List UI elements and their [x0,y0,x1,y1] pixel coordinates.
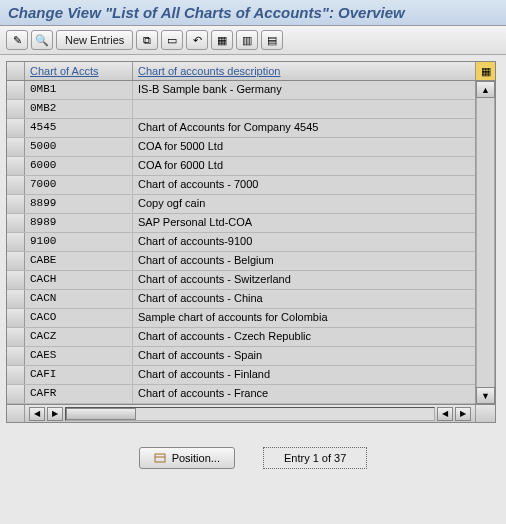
cell-chart-code[interactable]: CACO [25,309,133,327]
copy-button[interactable]: ⧉ [136,30,158,50]
row-selector[interactable] [7,385,25,403]
vertical-scroll-track[interactable] [476,98,495,387]
cell-description[interactable]: Chart of accounts - Spain [133,347,475,365]
table-row[interactable]: CACZChart of accounts - Czech Republic [7,328,495,347]
cell-description[interactable]: Chart of Accounts for Company 4545 [133,119,475,137]
cell-chart-code[interactable]: CACZ [25,328,133,346]
row-selector[interactable] [7,176,25,194]
cell-chart-code[interactable]: CACN [25,290,133,308]
horizontal-scroll-track[interactable] [65,407,435,421]
undo-button[interactable]: ↶ [186,30,208,50]
row-selector[interactable] [7,309,25,327]
cell-description[interactable]: Chart of accounts - Finland [133,366,475,384]
cell-chart-code[interactable]: 0MB1 [25,81,133,99]
row-selector[interactable] [7,138,25,156]
position-button[interactable]: Position... [139,447,235,469]
table-row[interactable]: 5000COA for 5000 Ltd [7,138,495,157]
cell-description[interactable]: Chart of accounts - Belgium [133,252,475,270]
row-selector[interactable] [7,119,25,137]
cell-description[interactable]: SAP Personal Ltd-COA [133,214,475,232]
cell-chart-code[interactable]: 4545 [25,119,133,137]
table-row[interactable]: CAESChart of accounts - Spain [7,347,495,366]
cell-chart-code[interactable]: 9100 [25,233,133,251]
cell-chart-code[interactable]: CACH [25,271,133,289]
other-view-button[interactable]: ✎ [6,30,28,50]
table-row[interactable]: 8899Copy ogf cain [7,195,495,214]
row-selector[interactable] [7,347,25,365]
cell-description[interactable]: Chart of accounts - Czech Republic [133,328,475,346]
col-header-chart-of-accts[interactable]: Chart of Accts [25,62,133,80]
row-selector[interactable] [7,366,25,384]
horizontal-scroll-thumb[interactable] [66,408,136,420]
table-row[interactable]: CAFRChart of accounts - France [7,385,495,404]
row-selector[interactable] [7,157,25,175]
scroll-up-button[interactable]: ▲ [476,81,495,98]
cell-description[interactable]: Copy ogf cain [133,195,475,213]
table-row[interactable]: 0MB1IS-B Sample bank - Germany [7,81,495,100]
cell-description[interactable]: COA for 5000 Ltd [133,138,475,156]
row-selector[interactable] [7,214,25,232]
cell-description[interactable]: IS-B Sample bank - Germany [133,81,475,99]
row-selector[interactable] [7,100,25,118]
row-selector[interactable] [7,195,25,213]
cell-chart-code[interactable]: 5000 [25,138,133,156]
table-row[interactable]: CACHChart of accounts - Switzerland [7,271,495,290]
scroll-right-button[interactable]: ◀ [437,407,453,421]
row-selector[interactable] [7,290,25,308]
new-entries-button[interactable]: New Entries [56,30,133,50]
table-row[interactable]: CAFIChart of accounts - Finland [7,366,495,385]
select-all-icon: ▦ [217,34,227,47]
cell-chart-code[interactable]: CAFR [25,385,133,403]
table-row[interactable]: CACOSample chart of accounts for Colombi… [7,309,495,328]
cell-chart-code[interactable]: 6000 [25,157,133,175]
cell-chart-code[interactable]: CABE [25,252,133,270]
row-selection-header[interactable] [7,62,25,80]
cell-chart-code[interactable]: 8989 [25,214,133,232]
table-row[interactable]: CACNChart of accounts - China [7,290,495,309]
row-selector[interactable] [7,81,25,99]
cell-description[interactable]: Chart of accounts - China [133,290,475,308]
cell-chart-code[interactable]: 8899 [25,195,133,213]
scroll-down-button[interactable]: ▼ [476,387,495,404]
cell-description[interactable]: Chart of accounts-9100 [133,233,475,251]
cell-chart-code[interactable]: 7000 [25,176,133,194]
cell-description[interactable] [133,100,475,118]
deselect-all-button[interactable]: ▥ [236,30,258,50]
print-icon: ▤ [267,34,277,47]
scroll-left-button[interactable]: ▶ [47,407,63,421]
row-selector[interactable] [7,328,25,346]
h-scroll-corner [7,405,25,422]
bar-right-icon: ▶ [460,409,466,418]
vertical-scrollbar[interactable]: ▲ ▼ [475,81,495,404]
cell-chart-code[interactable]: CAES [25,347,133,365]
table-settings-button[interactable]: ▦ [475,62,495,80]
table-row[interactable]: 0MB2 [7,100,495,119]
table-row[interactable]: 9100Chart of accounts-9100 [7,233,495,252]
print-button[interactable]: ▤ [261,30,283,50]
select-all-button[interactable]: ▦ [211,30,233,50]
delete-button[interactable]: ▭ [161,30,183,50]
cell-description[interactable]: Sample chart of accounts for Colombia [133,309,475,327]
expand-button[interactable]: 🔍 [31,30,53,50]
cell-description[interactable]: Chart of accounts - Switzerland [133,271,475,289]
row-selector[interactable] [7,252,25,270]
scroll-last-button[interactable]: ▶ [455,407,471,421]
row-selector[interactable] [7,233,25,251]
table-row[interactable]: 8989SAP Personal Ltd-COA [7,214,495,233]
table-row[interactable]: 7000Chart of accounts - 7000 [7,176,495,195]
entry-counter: Entry 1 of 37 [263,447,367,469]
table-row[interactable]: 6000COA for 6000 Ltd [7,157,495,176]
cell-description[interactable]: Chart of accounts - 7000 [133,176,475,194]
cell-chart-code[interactable]: 0MB2 [25,100,133,118]
col-header-description[interactable]: Chart of accounts description [133,62,475,80]
cell-chart-code[interactable]: CAFI [25,366,133,384]
horizontal-scrollbar: ◀ ▶ ◀ ▶ [7,404,495,422]
table-row[interactable]: 4545Chart of Accounts for Company 4545 [7,119,495,138]
cell-description[interactable]: Chart of accounts - France [133,385,475,403]
table-row[interactable]: CABEChart of accounts - Belgium [7,252,495,271]
row-selector[interactable] [7,271,25,289]
pencil-glasses-icon: ✎ [13,34,22,47]
magnifier-icon: 🔍 [35,34,49,47]
cell-description[interactable]: COA for 6000 Ltd [133,157,475,175]
scroll-first-button[interactable]: ◀ [29,407,45,421]
